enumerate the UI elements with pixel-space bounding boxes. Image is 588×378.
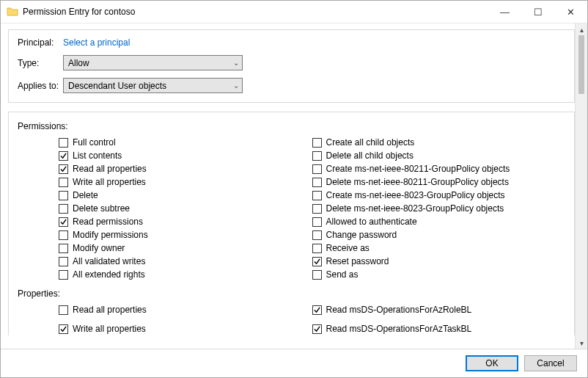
checkbox-label: Reset password bbox=[326, 256, 389, 266]
checkbox-row[interactable]: Delete all child objects bbox=[312, 149, 566, 162]
checkbox-label: Write all properties bbox=[73, 324, 146, 334]
checkbox-label: Delete ms-net-ieee-8023-GroupPolicy obje… bbox=[326, 203, 504, 214]
checkbox[interactable] bbox=[59, 164, 68, 174]
checkbox[interactable] bbox=[59, 305, 68, 315]
checkbox-label: All validated writes bbox=[73, 256, 145, 266]
maximize-button[interactable]: ☐ bbox=[521, 1, 554, 23]
checkbox[interactable] bbox=[59, 230, 68, 240]
principal-label: Principal: bbox=[18, 37, 63, 48]
checkbox[interactable] bbox=[59, 244, 68, 253]
close-button[interactable]: ✕ bbox=[554, 1, 587, 23]
checkbox[interactable] bbox=[312, 244, 322, 253]
checkbox-label: Full control bbox=[73, 137, 116, 148]
checkbox-row[interactable]: Delete subtree bbox=[59, 202, 312, 215]
checkbox[interactable] bbox=[312, 178, 322, 187]
checkbox-row[interactable]: Modify owner bbox=[59, 241, 312, 255]
checkbox-row[interactable]: Create all child objects bbox=[312, 136, 566, 149]
checkbox-row[interactable]: Allowed to authenticate bbox=[312, 215, 566, 228]
titlebar: Permission Entry for contoso — ☐ ✕ bbox=[1, 1, 587, 23]
header-panel: Principal: Select a principal Type: Allo… bbox=[8, 29, 575, 103]
checkbox-row[interactable]: Delete ms-net-ieee-80211-GroupPolicy obj… bbox=[312, 175, 566, 189]
permissions-columns: Full controlList contentsRead all proper… bbox=[18, 136, 565, 281]
window-title: Permission Entry for contoso bbox=[23, 7, 488, 17]
window: Permission Entry for contoso — ☐ ✕ Princ… bbox=[0, 0, 588, 378]
checkbox[interactable] bbox=[59, 151, 68, 161]
checkbox-row[interactable]: Modify permissions bbox=[59, 228, 312, 241]
checkbox-label: Receive as bbox=[326, 243, 370, 253]
checkbox-row[interactable]: Delete bbox=[59, 189, 312, 202]
checkbox-row[interactable]: Change password bbox=[312, 228, 566, 241]
checkbox[interactable] bbox=[312, 138, 322, 148]
chevron-down-icon: ⌄ bbox=[233, 81, 239, 90]
checkbox[interactable] bbox=[312, 270, 322, 280]
checkbox[interactable] bbox=[312, 257, 322, 266]
cancel-button[interactable]: Cancel bbox=[524, 355, 577, 371]
checkbox-label: Send as bbox=[326, 269, 359, 280]
checkbox-row[interactable]: Full control bbox=[59, 136, 312, 149]
footer: OK Cancel bbox=[1, 349, 587, 377]
checkbox[interactable] bbox=[312, 164, 322, 174]
checkbox[interactable] bbox=[59, 270, 68, 280]
checkbox-row[interactable]: Read all properties bbox=[59, 303, 312, 316]
checkbox-row[interactable]: Read msDS-OperationsForAzTaskBL bbox=[312, 322, 566, 335]
checkbox[interactable] bbox=[312, 191, 322, 200]
checkbox-row[interactable]: Create ms-net-ieee-8023-GroupPolicy obje… bbox=[312, 189, 566, 202]
checkbox-label: Read msDS-OperationsForAzTaskBL bbox=[326, 324, 472, 334]
checkbox-row[interactable]: Delete ms-net-ieee-8023-GroupPolicy obje… bbox=[312, 202, 566, 215]
checkbox-row[interactable]: Read msDS-OperationsForAzRoleBL bbox=[312, 303, 566, 316]
vertical-scrollbar[interactable]: ▴ ▾ bbox=[575, 23, 587, 349]
checkbox-row[interactable]: Write all properties bbox=[59, 322, 312, 335]
checkbox-row[interactable]: Receive as bbox=[312, 241, 566, 255]
checkbox-row[interactable]: Read permissions bbox=[59, 215, 312, 228]
checkbox[interactable] bbox=[59, 324, 68, 334]
folder-icon bbox=[7, 6, 18, 18]
checkbox-label: Modify permissions bbox=[73, 230, 148, 240]
checkbox-label: Delete ms-net-ieee-80211-GroupPolicy obj… bbox=[326, 177, 509, 187]
checkbox-row[interactable]: List contents bbox=[59, 149, 312, 162]
checkbox[interactable] bbox=[59, 204, 68, 214]
applies-select-value: Descendant User objects bbox=[68, 81, 166, 91]
ok-button[interactable]: OK bbox=[466, 355, 518, 371]
checkbox-row[interactable]: Write all properties bbox=[59, 175, 312, 189]
checkbox[interactable] bbox=[59, 138, 68, 148]
checkbox[interactable] bbox=[312, 151, 322, 161]
checkbox-row[interactable]: Create ms-net-ieee-80211-GroupPolicy obj… bbox=[312, 162, 566, 175]
select-principal-link[interactable]: Select a principal bbox=[63, 37, 130, 48]
applies-label: Applies to: bbox=[18, 81, 63, 91]
checkbox[interactable] bbox=[59, 191, 68, 200]
checkbox[interactable] bbox=[312, 305, 322, 315]
checkbox-label: Delete all child objects bbox=[326, 150, 414, 161]
checkbox-row[interactable]: Reset password bbox=[312, 255, 566, 268]
checkbox-label: Write all properties bbox=[73, 177, 146, 187]
minimize-button[interactable]: — bbox=[488, 1, 521, 23]
checkbox-label: Read all properties bbox=[73, 164, 147, 174]
content: Principal: Select a principal Type: Allo… bbox=[1, 23, 575, 349]
checkbox[interactable] bbox=[59, 178, 68, 187]
checkbox[interactable] bbox=[59, 217, 68, 227]
checkbox-label: Create all child objects bbox=[326, 137, 415, 148]
permissions-panel: Permissions: Full controlList contentsRe… bbox=[8, 112, 575, 335]
checkbox-label: Modify owner bbox=[73, 243, 125, 253]
checkbox-label: Read permissions bbox=[73, 217, 143, 227]
checkbox-label: Read msDS-OperationsForAzRoleBL bbox=[326, 305, 472, 315]
checkbox[interactable] bbox=[312, 230, 322, 240]
type-select[interactable]: Allow ⌄ bbox=[63, 55, 243, 70]
checkbox-row[interactable]: Read all properties bbox=[59, 162, 312, 175]
checkbox-label: All extended rights bbox=[73, 269, 145, 280]
applies-select[interactable]: Descendant User objects ⌄ bbox=[63, 78, 243, 93]
checkbox-label: List contents bbox=[73, 150, 122, 161]
checkbox-label: Delete subtree bbox=[73, 203, 130, 214]
checkbox-row[interactable]: All validated writes bbox=[59, 255, 312, 268]
checkbox-row[interactable]: All extended rights bbox=[59, 268, 312, 281]
checkbox[interactable] bbox=[59, 257, 68, 266]
checkbox-row[interactable]: Send as bbox=[312, 268, 566, 281]
properties-columns: Read all propertiesWrite all properties … bbox=[18, 303, 565, 335]
checkbox-label: Change password bbox=[326, 230, 397, 240]
scroll-down-icon[interactable]: ▾ bbox=[576, 337, 587, 349]
scroll-thumb[interactable] bbox=[578, 35, 584, 94]
scroll-up-icon[interactable]: ▴ bbox=[576, 23, 587, 35]
checkbox[interactable] bbox=[312, 204, 322, 214]
checkbox[interactable] bbox=[312, 217, 322, 227]
checkbox[interactable] bbox=[312, 324, 322, 334]
permissions-section-label: Permissions: bbox=[18, 121, 565, 131]
